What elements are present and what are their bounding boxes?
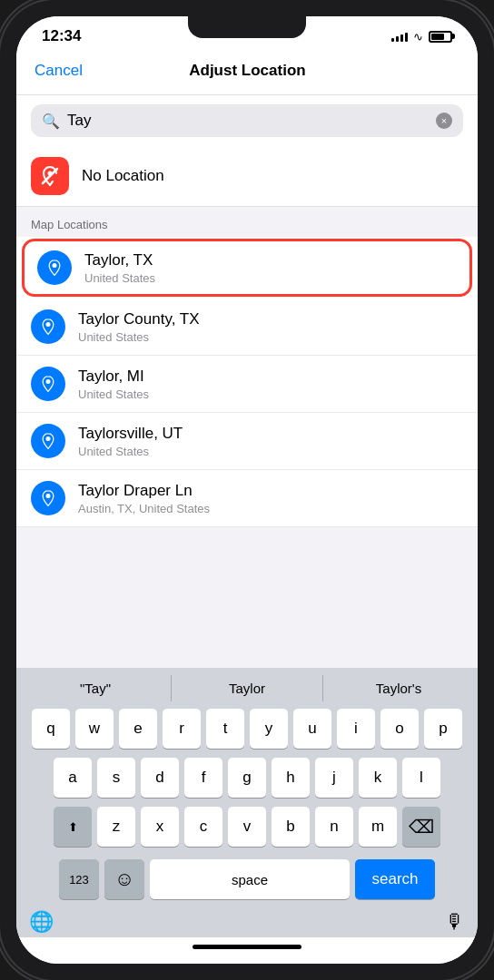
emoji-key[interactable]: ☺: [104, 859, 144, 899]
location-item-0[interactable]: Taylor, TX United States: [22, 239, 472, 297]
location-sub-4: Austin, TX, United States: [78, 502, 210, 515]
key-row-1: q w e r t y u i o p: [20, 709, 474, 749]
location-item-3[interactable]: Taylorsville, UT United States: [16, 413, 478, 470]
key-f[interactable]: f: [184, 758, 222, 798]
status-time: 12:34: [42, 27, 81, 45]
key-row-2: a s d f g h j k l: [20, 758, 474, 798]
key-x[interactable]: x: [141, 807, 179, 847]
mic-icon[interactable]: 🎙: [445, 910, 465, 934]
svg-point-3: [46, 322, 51, 327]
key-s[interactable]: s: [97, 758, 135, 798]
key-d[interactable]: d: [141, 758, 179, 798]
status-icons: ∿: [391, 30, 452, 44]
key-w[interactable]: w: [75, 709, 114, 749]
key-q[interactable]: q: [32, 709, 70, 749]
location-text-0: Taylor, TX United States: [84, 251, 155, 285]
location-sub-1: United States: [78, 330, 200, 344]
svg-point-2: [53, 263, 57, 268]
key-p[interactable]: p: [424, 709, 462, 749]
key-j[interactable]: j: [315, 758, 353, 798]
suggestion-2[interactable]: Taylor's: [323, 675, 474, 701]
key-m[interactable]: m: [359, 807, 397, 847]
key-v[interactable]: v: [228, 807, 266, 847]
location-name-3: Taylorsville, UT: [78, 425, 183, 443]
nav-bar: Cancel Adjust Location: [16, 53, 478, 95]
key-h[interactable]: h: [272, 758, 310, 798]
location-name-2: Taylor, MI: [78, 368, 149, 386]
no-location-icon: [31, 157, 69, 195]
location-name-0: Taylor, TX: [84, 251, 155, 270]
key-o[interactable]: o: [380, 709, 419, 749]
system-row: 🌐 🎙: [20, 908, 474, 934]
location-text-3: Taylorsville, UT United States: [78, 425, 183, 458]
cancel-button[interactable]: Cancel: [35, 62, 83, 80]
key-row-bottom: 123 ☺ space search: [20, 859, 474, 899]
location-pin-icon-0: [37, 250, 72, 285]
signal-icon: [391, 31, 408, 42]
key-g[interactable]: g: [228, 758, 266, 798]
svg-point-5: [46, 436, 51, 441]
number-key[interactable]: 123: [59, 859, 99, 899]
key-row-3: ⬆ z x c v b n m ⌫: [20, 807, 474, 847]
suggestions-row: "Tay" Taylor Taylor's: [20, 675, 474, 701]
location-text-4: Taylor Draper Ln Austin, TX, United Stat…: [78, 482, 210, 515]
svg-point-4: [46, 379, 51, 384]
delete-key[interactable]: ⌫: [402, 807, 440, 847]
location-name-4: Taylor Draper Ln: [78, 482, 210, 500]
no-location-row[interactable]: No Location: [16, 146, 478, 207]
key-z[interactable]: z: [97, 807, 135, 847]
key-i[interactable]: i: [337, 709, 375, 749]
key-u[interactable]: u: [293, 709, 331, 749]
location-pin-icon-2: [31, 367, 65, 401]
no-location-label: No Location: [82, 167, 164, 185]
wifi-icon: ∿: [413, 30, 423, 44]
key-a[interactable]: a: [54, 758, 92, 798]
svg-point-6: [46, 494, 51, 498]
suggestion-1[interactable]: Taylor: [172, 675, 323, 701]
location-sub-3: United States: [78, 445, 183, 458]
location-pin-icon-3: [31, 424, 65, 458]
key-c[interactable]: c: [184, 807, 222, 847]
location-text-1: Taylor County, TX United States: [78, 310, 200, 344]
location-sub-2: United States: [78, 387, 149, 401]
search-bar[interactable]: 🔍 Tay ×: [31, 104, 463, 137]
battery-fill: [431, 34, 444, 40]
search-clear-button[interactable]: ×: [436, 113, 452, 129]
location-pin-icon-1: [31, 309, 65, 344]
svg-point-1: [48, 172, 53, 176]
location-sub-0: United States: [84, 271, 155, 285]
location-pin-icon-4: [31, 481, 65, 515]
home-indicator: [16, 937, 478, 964]
phone-frame: 12:34 ∿ Cancel Adjust Location: [0, 0, 494, 980]
battery-icon: [429, 31, 452, 43]
location-text-2: Taylor, MI United States: [78, 368, 149, 401]
nav-title: Adjust Location: [189, 62, 305, 80]
globe-icon[interactable]: 🌐: [29, 910, 54, 934]
search-input[interactable]: Tay: [67, 112, 429, 130]
key-n[interactable]: n: [315, 807, 353, 847]
location-item-2[interactable]: Taylor, MI United States: [16, 356, 478, 413]
key-y[interactable]: y: [250, 709, 288, 749]
key-b[interactable]: b: [272, 807, 310, 847]
map-locations-header: Map Locations: [16, 207, 478, 237]
phone-inner: 12:34 ∿ Cancel Adjust Location: [16, 16, 478, 964]
key-k[interactable]: k: [359, 758, 397, 798]
location-item-1[interactable]: Taylor County, TX United States: [16, 299, 478, 356]
shift-key[interactable]: ⬆: [54, 807, 92, 847]
location-list: Taylor, TX United States Taylor County, …: [16, 237, 478, 527]
notch: [188, 16, 306, 38]
key-l[interactable]: l: [402, 758, 440, 798]
key-e[interactable]: e: [119, 709, 157, 749]
search-icon: 🔍: [42, 113, 60, 130]
content-area: 🔍 Tay × No Location Map Loc: [16, 95, 478, 668]
suggestion-0[interactable]: "Tay": [20, 675, 172, 701]
search-container: 🔍 Tay ×: [16, 95, 478, 146]
location-item-4[interactable]: Taylor Draper Ln Austin, TX, United Stat…: [16, 470, 478, 527]
key-t[interactable]: t: [206, 709, 244, 749]
home-bar: [193, 945, 301, 949]
key-rows: q w e r t y u i o p a s d f g: [20, 709, 474, 934]
keyboard: "Tay" Taylor Taylor's q w e r t y u i o …: [16, 668, 478, 937]
space-key[interactable]: space: [150, 859, 350, 899]
search-key[interactable]: search: [355, 859, 435, 899]
key-r[interactable]: r: [163, 709, 201, 749]
